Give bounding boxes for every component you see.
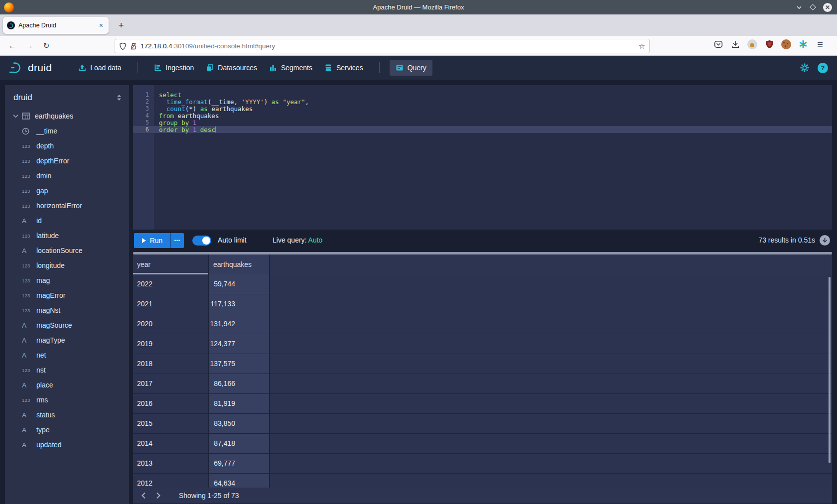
sidebar-field-id[interactable]: Aid	[5, 213, 129, 228]
extension-icon[interactable]	[747, 39, 757, 49]
vertical-scrollbar[interactable]	[829, 277, 831, 463]
sidebar-field-type[interactable]: Atype	[5, 422, 129, 437]
sidebar-field-magNst[interactable]: 123magNst	[5, 303, 129, 318]
sidebar-field-net[interactable]: Anet	[5, 348, 129, 363]
cell-year[interactable]: 2017	[133, 374, 208, 393]
help-icon[interactable]: ?	[818, 63, 828, 73]
code-line-3[interactable]: count(*) as earthquakes	[154, 105, 832, 112]
cell-earthquakes[interactable]: 64,634	[208, 474, 270, 488]
sidebar-field-__time[interactable]: __time	[5, 124, 129, 138]
code-line-2[interactable]: time_format(__time, 'YYYY') as "year",	[154, 98, 832, 105]
menu-hamburger-icon[interactable]: ≡	[815, 39, 825, 49]
double-caret-icon[interactable]	[116, 94, 122, 101]
table-row[interactable]: 2018137,575	[133, 354, 832, 374]
druid-logo[interactable]: druid	[9, 61, 52, 74]
sidebar-field-dmin[interactable]: 123dmin	[5, 168, 129, 183]
sidebar-field-latitude[interactable]: 123latitude	[5, 228, 129, 243]
shield-icon[interactable]	[119, 42, 127, 50]
nav-item-ingestion[interactable]: Ingestion	[148, 60, 200, 76]
window-minimize-icon[interactable]	[796, 4, 803, 11]
cell-year[interactable]: 2015	[133, 414, 208, 433]
nav-item-load-data[interactable]: Load data	[72, 60, 127, 76]
insecure-lock-icon[interactable]	[130, 42, 137, 50]
sidebar-field-gap[interactable]: 123gap	[5, 183, 129, 198]
settings-gear-icon[interactable]	[800, 63, 810, 73]
sidebar-field-status[interactable]: Astatus	[5, 407, 129, 422]
table-row[interactable]: 2019124,377	[133, 334, 832, 354]
cell-earthquakes[interactable]: 117,133	[208, 294, 270, 314]
sidebar-field-magSource[interactable]: AmagSource	[5, 318, 129, 333]
table-row[interactable]: 201264,634	[133, 474, 832, 488]
window-close-icon[interactable]: ✕	[823, 3, 832, 12]
download-results-icon[interactable]	[820, 235, 830, 246]
bookmark-star-icon[interactable]: ☆	[639, 42, 645, 51]
cell-year[interactable]: 2020	[133, 314, 208, 334]
sidebar-field-rms[interactable]: 123rms	[5, 392, 129, 407]
pocket-icon[interactable]	[713, 39, 723, 49]
table-row[interactable]: 202259,744	[133, 274, 832, 294]
new-tab-button[interactable]: +	[115, 19, 128, 32]
table-row[interactable]: 201786,166	[133, 374, 832, 394]
live-query-value[interactable]: Auto	[308, 236, 323, 244]
editor-code[interactable]: select time_format(__time, 'YYYY') as "y…	[154, 85, 832, 230]
cell-year[interactable]: 2016	[133, 394, 208, 413]
table-row[interactable]: 2020131,942	[133, 314, 832, 334]
colorful-asterisk-icon[interactable]	[798, 39, 808, 49]
forward-button[interactable]: →	[23, 39, 36, 52]
cell-year[interactable]: 2019	[133, 334, 208, 354]
nav-item-segments[interactable]: Segments	[263, 60, 318, 76]
downloads-icon[interactable]	[730, 39, 740, 49]
table-row[interactable]: 2021117,133	[133, 294, 832, 314]
nav-item-datasources[interactable]: Datasources	[200, 60, 263, 76]
sidebar-field-horizontalError[interactable]: 123horizontalError	[5, 198, 129, 213]
sidebar-field-magError[interactable]: 123magError	[5, 288, 129, 303]
back-button[interactable]: ←	[6, 39, 19, 52]
schema-selector[interactable]: druid	[5, 85, 129, 107]
cell-year[interactable]: 2013	[133, 454, 208, 473]
column-header-earthquakes[interactable]: earthquakes	[208, 254, 270, 274]
run-more-button[interactable]: •••	[170, 233, 184, 248]
ublock-shield-icon[interactable]	[764, 39, 774, 49]
table-row[interactable]: 201369,777	[133, 454, 832, 474]
cell-earthquakes[interactable]: 86,166	[208, 374, 270, 393]
code-line-5[interactable]: group by 1	[154, 119, 832, 126]
window-maximize-icon[interactable]	[810, 4, 816, 10]
cell-earthquakes[interactable]: 131,942	[208, 314, 270, 334]
browser-tab[interactable]: Apache Druid ×	[3, 17, 109, 34]
nav-item-query[interactable]: Query	[390, 60, 432, 76]
sidebar-field-mag[interactable]: 123mag	[5, 273, 129, 288]
sidebar-field-magType[interactable]: AmagType	[5, 333, 129, 348]
sidebar-field-longitude[interactable]: 123longitude	[5, 258, 129, 273]
sidebar-field-nst[interactable]: 123nst	[5, 363, 129, 378]
cell-earthquakes[interactable]: 137,575	[208, 354, 270, 374]
run-button[interactable]: Run	[134, 233, 170, 248]
cell-year[interactable]: 2012	[133, 474, 208, 488]
sidebar-field-updated[interactable]: Aupdated	[5, 437, 129, 452]
cell-year[interactable]: 2018	[133, 354, 208, 374]
next-page-button[interactable]	[151, 488, 166, 504]
cell-year[interactable]: 2014	[133, 434, 208, 453]
cell-earthquakes[interactable]: 81,919	[208, 394, 270, 413]
cell-year[interactable]: 2021	[133, 294, 208, 314]
sidebar-field-depthError[interactable]: 123depthError	[5, 153, 129, 168]
tab-close-icon[interactable]: ×	[98, 21, 105, 29]
auto-limit-toggle[interactable]	[192, 236, 211, 246]
chevron-down-icon[interactable]	[11, 114, 20, 118]
reload-button[interactable]: ↻	[40, 39, 53, 52]
code-line-1[interactable]: select	[154, 91, 832, 98]
nav-item-services[interactable]: Services	[318, 60, 369, 76]
cell-earthquakes[interactable]: 69,777	[208, 454, 270, 473]
cookie-icon[interactable]	[781, 39, 791, 49]
column-header-year[interactable]: year	[133, 254, 208, 274]
sql-editor[interactable]: 123456 select time_format(__time, 'YYYY'…	[133, 85, 832, 230]
cell-earthquakes[interactable]: 59,744	[208, 274, 270, 294]
code-line-6[interactable]: order by 1 desc	[154, 126, 832, 133]
cell-earthquakes[interactable]: 124,377	[208, 334, 270, 354]
cell-earthquakes[interactable]: 87,418	[208, 434, 270, 453]
table-row[interactable]: 201583,850	[133, 414, 832, 434]
prev-page-button[interactable]	[136, 488, 151, 504]
table-row[interactable]: 201681,919	[133, 394, 832, 414]
table-row[interactable]: 201487,418	[133, 434, 832, 454]
sidebar-table-earthquakes[interactable]: earthquakes	[5, 109, 129, 124]
sidebar-field-place[interactable]: Aplace	[5, 378, 129, 392]
